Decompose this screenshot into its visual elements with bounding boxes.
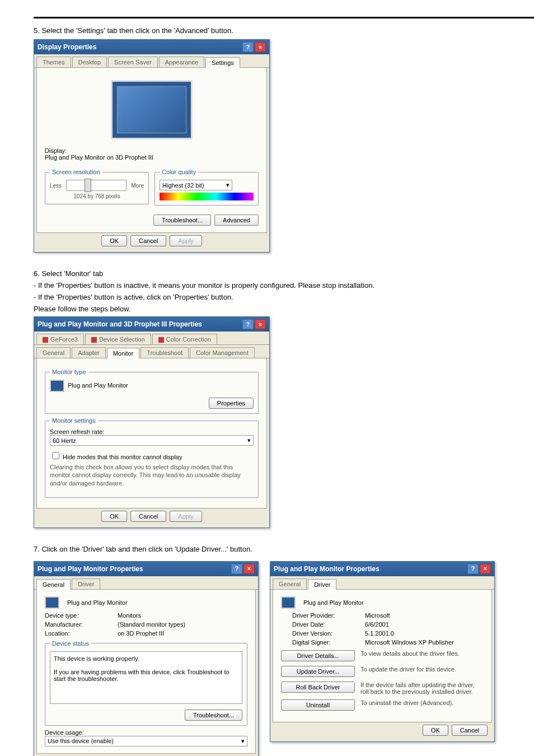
usage-value: Use this device (enable) <box>48 738 114 744</box>
more-label: More <box>131 183 144 189</box>
color-group-title: Color quality <box>160 169 198 175</box>
help-icon[interactable]: ? <box>242 319 254 329</box>
close-icon[interactable]: × <box>243 564 255 574</box>
advanced-button[interactable]: Advanced <box>214 214 259 226</box>
close-icon[interactable]: × <box>255 42 266 52</box>
tab-settings[interactable]: Settings <box>205 57 240 68</box>
status-text: This device is working properly. <box>54 655 238 662</box>
titlebar: Plug and Play Monitor Properties ? × <box>270 562 494 576</box>
color-quality-group: Color quality Highest (32 bit) ▾ <box>154 169 259 206</box>
rollback-driver-button[interactable]: Roll Back Driver <box>281 682 355 693</box>
cancel-button[interactable]: Cancel <box>130 511 166 522</box>
ok-button[interactable]: OK <box>101 235 127 246</box>
display-properties-dialog: Display Properties ? × Themes Desktop Sc… <box>34 39 270 253</box>
pnp-general-dialog: Plug and Play Monitor Properties ? × Gen… <box>34 561 259 756</box>
device-status-box[interactable]: This device is working properly. If you … <box>50 651 242 704</box>
help-icon[interactable]: ? <box>231 564 242 574</box>
step6-note3: Please follow the steps below. <box>34 305 534 313</box>
tab-color-correction[interactable]: Color Correction <box>152 334 217 344</box>
chevron-down-icon: ▾ <box>241 738 245 745</box>
tab-general[interactable]: General <box>36 347 71 358</box>
update-driver-desc: To update the driver for this device. <box>360 666 484 673</box>
troubleshoot-button[interactable]: Troubleshoot... <box>185 710 242 721</box>
tab-device-selection[interactable]: Device Selection <box>85 334 151 344</box>
properties-button[interactable]: Properties <box>209 398 254 409</box>
status-help: If you are having problems with this dev… <box>54 669 238 682</box>
close-icon[interactable]: × <box>480 564 491 574</box>
driver-details-button[interactable]: Driver Details... <box>281 650 355 661</box>
help-icon[interactable]: ? <box>242 42 254 52</box>
ok-button[interactable]: OK <box>423 725 448 736</box>
help-icon[interactable]: ? <box>467 564 479 574</box>
usage-select[interactable]: Use this device (enable) ▾ <box>45 736 247 746</box>
cancel-button[interactable]: Cancel <box>452 725 488 736</box>
loc-label: Location: <box>45 630 112 637</box>
tab-driver[interactable]: Driver <box>72 578 100 589</box>
step6-title: 6. Select 'Monitor' tab <box>34 269 534 278</box>
header-text: Plug and Play Monitor <box>67 599 128 606</box>
tab-adapter[interactable]: Adapter <box>72 347 106 358</box>
monitor-settings-group: Monitor settings Screen refresh rate: 60… <box>45 417 259 498</box>
chevron-down-icon: ▾ <box>226 181 229 189</box>
device-status-group: Device status This device is working pro… <box>45 640 247 726</box>
hide-modes-desc: Clearing this check box allows you to se… <box>50 463 254 487</box>
step6-note1: - If the 'Properties' button is inactive… <box>34 281 534 290</box>
header-text: Plug and Play Monitor <box>303 599 364 606</box>
monitor-properties-dialog: Plug and Play Monitor and 3D Prophet III… <box>34 316 270 528</box>
manu-value: (Standard monitor types) <box>118 621 247 628</box>
color-quality-select[interactable]: Highest (32 bit) ▾ <box>160 180 232 190</box>
refresh-label: Screen refresh rate: <box>50 428 254 435</box>
tab-appearance[interactable]: Appearance <box>159 57 204 67</box>
monitor-icon <box>45 596 59 609</box>
color-bar <box>160 193 254 200</box>
ver-value: 5.1.2001.0 <box>365 630 484 637</box>
display-label: Display: <box>45 147 259 154</box>
monitor-preview <box>45 80 259 139</box>
date-value: 6/6/2001 <box>365 621 484 628</box>
hide-modes-checkbox[interactable] <box>52 452 59 459</box>
tab-color-management[interactable]: Color Management <box>190 347 255 358</box>
monitor-icon <box>281 596 296 609</box>
close-icon[interactable]: × <box>255 319 266 329</box>
less-label: Less <box>50 183 62 189</box>
refresh-rate-select[interactable]: 60 Hertz ▾ <box>50 435 254 446</box>
titlebar: Plug and Play Monitor and 3D Prophet III… <box>34 317 269 332</box>
apply-button[interactable]: Apply <box>170 235 202 246</box>
device-status-legend: Device status <box>50 640 91 647</box>
refresh-value: 60 Hertz <box>53 437 76 444</box>
monitor-type-group: Monitor type Plug and Play Monitor Prope… <box>45 368 259 414</box>
ver-label: Driver Version: <box>292 630 359 637</box>
monitor-icon <box>50 380 64 392</box>
titlebar: Display Properties ? × <box>34 40 269 54</box>
tab-general[interactable]: General <box>36 579 71 590</box>
tab-general[interactable]: General <box>273 578 307 589</box>
ok-button[interactable]: OK <box>101 511 127 522</box>
driver-details-desc: To view details about the driver files. <box>360 650 484 657</box>
dialog-title: Plug and Play Monitor and 3D Prophet III… <box>38 320 202 328</box>
tab-driver[interactable]: Driver <box>308 579 336 590</box>
step5-text: 5. Select the 'Settings' tab then click … <box>34 26 534 35</box>
step7-text: 7. Click on the 'Driver' tab and then cl… <box>34 545 534 553</box>
resolution-slider[interactable] <box>66 180 127 191</box>
apply-button[interactable]: Apply <box>170 511 202 522</box>
sig-value: Microsoft Windows XP Publisher <box>365 639 484 646</box>
tab-themes[interactable]: Themes <box>36 57 71 67</box>
troubleshoot-button[interactable]: Troubleshoot... <box>153 214 211 226</box>
uninstall-button[interactable]: Uninstall <box>281 699 355 711</box>
update-driver-button[interactable]: Update Driver... <box>281 666 355 677</box>
usage-label: Device usage: <box>45 729 247 736</box>
tab-troubleshoot[interactable]: Troubleshoot <box>140 347 189 358</box>
devtype-value: Monitors <box>118 612 247 619</box>
step6-note2: - If the 'Properties' button is active, … <box>34 293 534 301</box>
monitor-type-value: Plug and Play Monitor <box>68 382 128 389</box>
tab-geforce3[interactable]: GeForce3 <box>36 334 84 344</box>
sig-label: Digital Signer: <box>292 639 359 646</box>
tab-desktop[interactable]: Desktop <box>72 57 107 67</box>
prov-value: Microsoft <box>365 612 484 619</box>
titlebar: Plug and Play Monitor Properties ? × <box>34 562 258 576</box>
tab-screensaver[interactable]: Screen Saver <box>108 57 158 67</box>
screen-resolution-group: Screen resolution Less More 1024 by 768 … <box>45 169 149 204</box>
tab-monitor[interactable]: Monitor <box>107 348 140 358</box>
rollback-driver-desc: If the device fails after updating the d… <box>360 682 484 695</box>
cancel-button[interactable]: Cancel <box>130 235 166 246</box>
